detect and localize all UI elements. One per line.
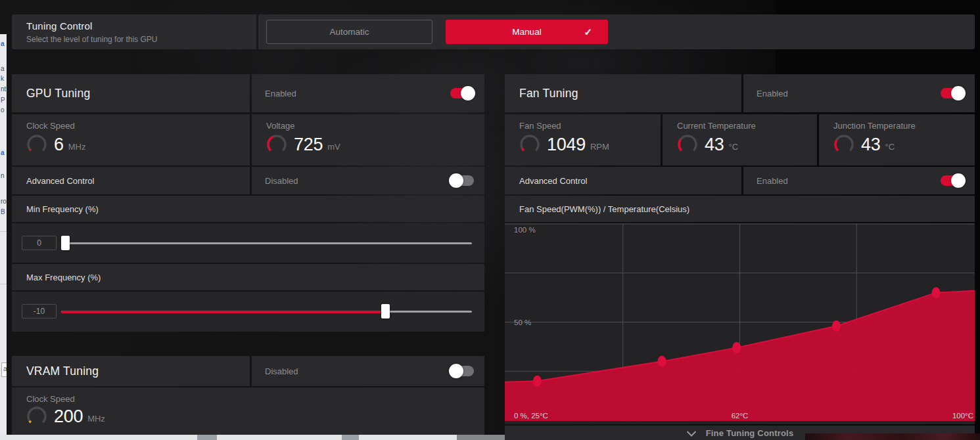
junction-temperature-label: Junction Temperature — [833, 121, 916, 131]
automatic-button[interactable]: Automatic — [266, 20, 432, 44]
background-bottom-strip-gray2 — [342, 435, 359, 440]
page-fragment-text: nt — [1, 86, 6, 93]
background-bottom-strip-light — [0, 435, 457, 440]
page-fragment-inputbox: a — [1, 363, 7, 377]
vram-clock-value: 200 — [54, 407, 83, 427]
fan-speed-label: Fan Speed — [519, 121, 561, 131]
max-frequency-label: Max Frequency (%) — [26, 273, 101, 282]
gpu-tuning-toggle[interactable] — [450, 88, 474, 99]
fan-speed-unit: RPM — [590, 142, 609, 152]
toggle-knob — [449, 173, 463, 188]
vram-clock-unit: MHz — [87, 414, 105, 424]
gpu-clock-value: 6 — [54, 135, 64, 155]
manual-button[interactable]: Manual ✓ — [446, 20, 608, 44]
page-fragment-text: a — [1, 41, 5, 47]
tuning-control-text-block: Tuning Control Select the level of tunin… — [12, 14, 258, 49]
fan-tuning-toggle[interactable] — [941, 88, 964, 99]
gpu-voltage-unit: mV — [327, 142, 340, 152]
gpu-advanced-toggle-cell: Disabled — [252, 167, 484, 194]
gpu-voltage-label: Voltage — [266, 121, 294, 131]
slider-handle[interactable] — [61, 236, 70, 250]
fine-tuning-controls-label: Fine Tuning Controls — [706, 428, 794, 438]
gpu-advanced-status: Disabled — [265, 176, 298, 186]
fan-advanced-toggle-cell: Enabled — [743, 167, 975, 194]
fan-tuning-header: Fan Tuning — [505, 74, 741, 112]
tuning-control-subtitle: Select the level of tuning for this GPU — [26, 35, 157, 44]
page-fragment-text: n — [1, 173, 5, 179]
svg-text:0 %, 25°C: 0 %, 25°C — [514, 412, 548, 420]
max-frequency-input[interactable]: -10 — [22, 304, 57, 319]
max-frequency-label-row: Max Frequency (%) — [12, 264, 484, 290]
gpu-clock-unit: MHz — [68, 142, 86, 152]
gpu-tuning-title: GPU Tuning — [26, 87, 90, 100]
max-frequency-slider[interactable] — [61, 304, 472, 319]
manual-button-label: Manual — [512, 27, 541, 37]
junction-temperature-cell: Junction Temperature 43 °C — [819, 114, 975, 165]
current-temperature-cell: Current Temperature 43 °C — [663, 114, 817, 165]
junction-temperature-gauge-icon — [832, 133, 856, 156]
toggle-knob — [449, 364, 463, 378]
background-photo-corner — [805, 433, 980, 440]
gpu-tuning-status: Enabled — [265, 89, 296, 99]
page-fragment-text: a — [1, 66, 5, 72]
chevron-down-icon — [686, 431, 697, 437]
min-frequency-slider[interactable] — [61, 236, 472, 250]
current-temperature-unit: °C — [728, 142, 738, 152]
fan-speed-value: 1049 — [547, 135, 586, 155]
current-temperature-gauge-icon — [676, 133, 699, 156]
gpu-clock-speed-label: Clock Speed — [26, 121, 75, 131]
fan-tuning-title: Fan Tuning — [519, 87, 578, 100]
junction-temperature-value: 43 — [861, 135, 880, 155]
page-fragment-text: ro — [1, 198, 7, 205]
current-temperature-value: 43 — [705, 135, 724, 155]
vram-tuning-toggle-cell: Disabled — [252, 356, 484, 386]
vram-tuning-header: VRAM Tuning — [12, 356, 250, 386]
gpu-clock-gauge-icon — [25, 133, 49, 156]
page-fragment-text: k — [1, 76, 4, 82]
tuning-control-bar: Tuning Control Select the level of tunin… — [12, 14, 975, 49]
max-frequency-slider-row: -10 — [12, 292, 484, 332]
gpu-voltage-cell: Voltage 725 mV — [252, 114, 484, 165]
gpu-advanced-control-label: Advanced Control — [26, 176, 94, 186]
svg-text:50 %: 50 % — [514, 319, 531, 326]
min-frequency-label: Min Frequency (%) — [26, 204, 99, 214]
slider-track — [61, 242, 472, 244]
gpu-tuning-toggle-cell: Enabled — [252, 74, 484, 112]
page-fragment-text: P — [1, 97, 5, 104]
gpu-advanced-control-cell: Advanced Control — [12, 167, 250, 194]
checkmark-icon: ✓ — [584, 26, 592, 38]
fan-chart-title: Fan Speed(PWM(%)) / Temperature(Celsius) — [519, 204, 689, 214]
vram-tuning-title: VRAM Tuning — [26, 364, 99, 378]
fan-advanced-toggle[interactable] — [941, 175, 964, 186]
fan-curve-chart[interactable]: 100 %50 %0 %, 25°C62°C100°C — [505, 223, 975, 424]
fan-speed-gauge-icon — [518, 133, 542, 156]
vram-clock-gauge-icon — [25, 405, 49, 428]
fan-tuning-toggle-cell: Enabled — [743, 74, 975, 112]
svg-text:100 %: 100 % — [514, 226, 536, 234]
gpu-advanced-toggle[interactable] — [450, 175, 474, 186]
slider-handle[interactable] — [381, 304, 390, 319]
svg-text:62°C: 62°C — [732, 412, 749, 420]
svg-text:100°C: 100°C — [952, 412, 973, 420]
fan-chart-title-row: Fan Speed(PWM(%)) / Temperature(Celsius) — [505, 196, 975, 222]
min-frequency-slider-row: 0 — [12, 223, 484, 263]
fan-advanced-status: Enabled — [757, 176, 788, 186]
gpu-voltage-gauge-icon — [265, 133, 289, 156]
toggle-knob — [461, 86, 475, 100]
fan-speed-cell: Fan Speed 1049 RPM — [505, 114, 661, 165]
vram-tuning-toggle[interactable] — [450, 366, 474, 376]
toggle-knob — [951, 86, 966, 100]
page-fragment-text: a — [1, 150, 5, 156]
background-page-sliver: aakntPoanroBa — [0, 34, 7, 440]
current-temperature-label: Current Temperature — [677, 121, 756, 131]
vram-tuning-status: Disabled — [265, 366, 298, 376]
min-frequency-label-row: Min Frequency (%) — [12, 196, 484, 222]
vram-clock-speed-cell: Clock Speed 200 MHz — [12, 387, 484, 435]
fan-tuning-status: Enabled — [757, 89, 788, 99]
gpu-voltage-value: 725 — [294, 135, 323, 155]
junction-temperature-unit: °C — [885, 142, 895, 152]
page-fragment-text: B — [1, 209, 5, 215]
background-bottom-strip-gray1 — [197, 435, 217, 440]
gpu-tuning-header: GPU Tuning — [12, 74, 250, 112]
min-frequency-input[interactable]: 0 — [22, 236, 57, 250]
